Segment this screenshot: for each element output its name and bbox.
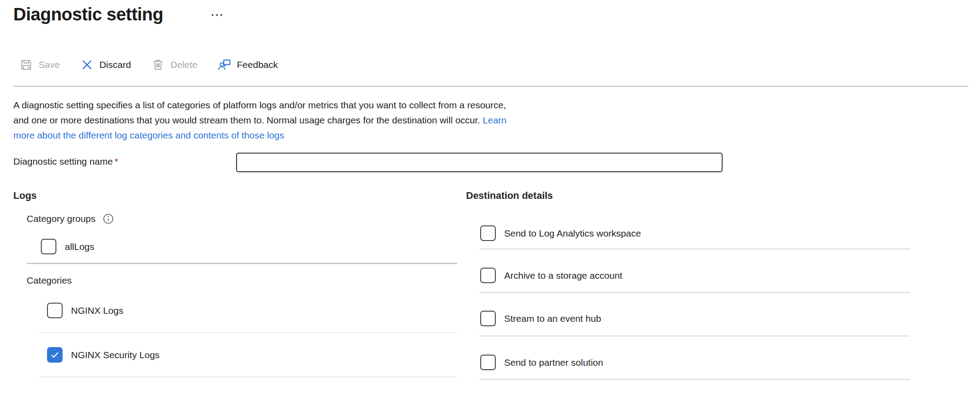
delete-button[interactable]: Delete	[151, 58, 198, 71]
destination-divider	[479, 292, 910, 293]
logs-heading: Logs	[13, 190, 37, 202]
alllogs-label: allLogs	[65, 241, 95, 252]
nginx-logs-label: NGINX Logs	[71, 305, 123, 316]
checkbox-row-event-hub[interactable]: Stream to an event hub	[480, 311, 601, 326]
storage-account-checkbox[interactable]	[480, 268, 496, 283]
nginx-logs-checkbox[interactable]	[47, 303, 63, 318]
destination-divider	[479, 336, 910, 336]
page-description: A diagnostic setting specifies a list of…	[13, 98, 506, 143]
learn-more-link[interactable]: Learn	[483, 115, 507, 125]
alllogs-checkbox[interactable]	[41, 239, 56, 254]
info-icon[interactable]	[103, 213, 114, 225]
save-icon	[20, 58, 33, 71]
checkbox-row-log-analytics[interactable]: Send to Log Analytics workspace	[480, 225, 641, 241]
category-divider	[39, 376, 457, 377]
learn-more-link[interactable]: more about the different log categories …	[13, 130, 284, 140]
feedback-icon	[218, 58, 231, 71]
checkbox-row-nginx-security-logs[interactable]: NGINX Security Logs	[47, 347, 160, 363]
category-divider	[39, 332, 457, 333]
command-bar: Save Discard Delete Feedback	[20, 56, 278, 74]
category-groups-label: Category groups	[27, 213, 95, 224]
nginx-security-logs-label: NGINX Security Logs	[71, 350, 160, 360]
page-title: Diagnostic setting	[13, 4, 163, 24]
save-button[interactable]: Save	[20, 58, 60, 71]
logs-divider	[27, 263, 457, 264]
trash-icon	[151, 58, 165, 71]
partner-solution-label: Send to partner solution	[504, 357, 603, 368]
description-line-2: and one or more destinations that you wo…	[13, 113, 506, 128]
event-hub-checkbox[interactable]	[480, 311, 496, 326]
categories-label: Categories	[27, 275, 72, 286]
discard-button[interactable]: Discard	[80, 58, 131, 71]
destination-divider	[479, 379, 910, 380]
log-analytics-label: Send to Log Analytics workspace	[504, 228, 641, 239]
description-line-3: more about the different log categories …	[13, 128, 506, 143]
description-line-1: A diagnostic setting specifies a list of…	[13, 98, 506, 113]
feedback-button[interactable]: Feedback	[218, 58, 278, 71]
checkbox-row-nginx-logs[interactable]: NGINX Logs	[47, 303, 123, 318]
toolbar-divider	[13, 86, 968, 87]
checkbox-row-partner-solution[interactable]: Send to partner solution	[480, 355, 603, 370]
name-field-label: Diagnostic setting name*	[13, 156, 118, 167]
category-groups-header: Category groups	[27, 213, 114, 225]
storage-account-label: Archive to a storage account	[504, 270, 622, 281]
save-label: Save	[39, 59, 60, 70]
event-hub-label: Stream to an event hub	[504, 313, 601, 324]
more-options-button[interactable]: ⋯	[210, 8, 225, 21]
diagnostic-setting-name-input[interactable]	[236, 153, 723, 172]
partner-solution-checkbox[interactable]	[480, 355, 496, 370]
checkbox-row-storage-account[interactable]: Archive to a storage account	[480, 268, 622, 283]
log-analytics-checkbox[interactable]	[480, 225, 496, 241]
nginx-security-logs-checkbox[interactable]	[47, 347, 63, 363]
discard-x-icon	[80, 58, 94, 71]
destination-divider	[479, 249, 910, 249]
destination-details-heading: Destination details	[466, 190, 553, 202]
required-asterisk: *	[113, 156, 118, 166]
delete-label: Delete	[170, 59, 198, 70]
feedback-label: Feedback	[237, 59, 278, 70]
checkbox-row-alllogs[interactable]: allLogs	[41, 239, 95, 254]
discard-label: Discard	[99, 59, 131, 70]
